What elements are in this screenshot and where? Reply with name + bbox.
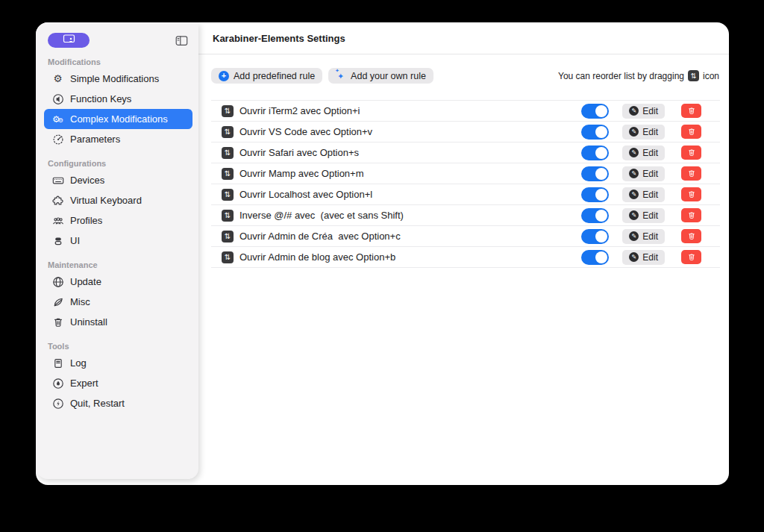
rule-enabled-toggle[interactable]: [581, 250, 609, 265]
toggle-knob: [595, 168, 607, 180]
toggle-knob: [595, 210, 607, 222]
globe-icon: [51, 276, 64, 288]
updown-arrows-icon[interactable]: ⇅: [222, 105, 234, 117]
sidebar: Modifications⚙Simple ModificationsFuncti…: [36, 22, 198, 479]
karabiner-settings-window: Modifications⚙Simple ModificationsFuncti…: [36, 22, 729, 485]
trash-icon: [687, 231, 696, 241]
edit-button-label: Edit: [642, 127, 658, 137]
sidebar-section-header: Configurations: [48, 159, 198, 168]
updown-arrows-icon[interactable]: ⇅: [222, 231, 234, 242]
edit-rule-button[interactable]: ✎Edit: [622, 166, 665, 181]
people-icon: [51, 215, 64, 227]
sidebar-toggle-icon[interactable]: [175, 34, 188, 46]
edit-rule-button[interactable]: ✎Edit: [622, 145, 665, 160]
updown-arrows-icon[interactable]: ⇅: [222, 189, 234, 201]
delete-rule-button[interactable]: [681, 104, 701, 118]
edit-button-label: Edit: [642, 169, 658, 179]
updown-arrows-icon: ⇅: [688, 70, 699, 81]
rule-enabled-toggle[interactable]: [581, 166, 609, 181]
sidebar-item-label: Misc: [70, 296, 90, 307]
add-predefined-rule-label: Add predefined rule: [234, 71, 315, 81]
sidebar-item-label: Devices: [70, 175, 104, 186]
edit-rule-button[interactable]: ✎Edit: [622, 250, 665, 265]
sidebar-item-profiles[interactable]: Profiles: [44, 210, 192, 231]
edit-rule-button[interactable]: ✎Edit: [622, 104, 665, 119]
toggle-knob: [595, 251, 607, 263]
pencil-circle-icon: ✎: [629, 148, 639, 157]
pencil-circle-icon: ✎: [629, 190, 639, 199]
speaker-circle-icon: [51, 93, 64, 105]
karabiner-app-badge[interactable]: [48, 33, 90, 48]
sidebar-section-header: Tools: [48, 342, 198, 351]
sidebar-item-log[interactable]: Log: [44, 353, 192, 373]
sidebar-item-ui[interactable]: UI: [44, 231, 192, 251]
sidebar-item-misc[interactable]: Misc: [44, 292, 192, 312]
sidebar-item-quit-restart[interactable]: Quit, Restart: [44, 393, 192, 413]
keyboard-icon: [51, 175, 64, 187]
puzzle-icon: [51, 195, 64, 207]
rule-row: ⇅Ouvrir Localhost avec Option+l✎Edit: [211, 184, 720, 205]
sidebar-item-simple-modifications[interactable]: ⚙Simple Modifications: [44, 69, 192, 89]
delete-rule-button[interactable]: [681, 229, 701, 243]
edit-rule-button[interactable]: ✎Edit: [622, 229, 665, 244]
sidebar-item-complex-modifications[interactable]: ⚙⚙Complex Modifications: [44, 109, 192, 129]
updown-arrows-icon[interactable]: ⇅: [222, 210, 234, 222]
rule-label: Ouvrir Admin de Créa avec Option+c: [239, 231, 401, 242]
trash-icon: [687, 169, 696, 178]
reorder-hint-suffix: icon: [703, 71, 719, 81]
toggle-knob: [595, 126, 607, 138]
rule-label: Ouvrir Localhost avec Option+l: [239, 189, 372, 200]
rule-enabled-toggle[interactable]: [581, 208, 609, 223]
sidebar-item-update[interactable]: Update: [44, 272, 192, 292]
edit-button-label: Edit: [642, 231, 658, 242]
plus-circle-icon: +: [219, 71, 229, 81]
edit-rule-button[interactable]: ✎Edit: [622, 187, 665, 202]
sidebar-item-function-keys[interactable]: Function Keys: [44, 89, 192, 109]
delete-rule-button[interactable]: [681, 187, 701, 201]
trash-icon: [687, 252, 696, 262]
rule-enabled-toggle[interactable]: [581, 145, 609, 160]
updown-arrows-icon[interactable]: ⇅: [222, 126, 234, 138]
sidebar-item-uninstall[interactable]: Uninstall: [44, 312, 192, 332]
rule-row: ⇅Inverse @/# avec (avec et sans Shift)✎E…: [211, 205, 720, 226]
trash-icon: [687, 148, 696, 157]
reorder-hint: You can reorder list by dragging ⇅ icon: [558, 70, 720, 81]
rule-enabled-toggle[interactable]: [581, 104, 609, 119]
pencil-circle-icon: ✎: [629, 106, 639, 116]
gears-icon: ⚙⚙: [51, 113, 64, 125]
sidebar-item-label: Expert: [70, 378, 98, 389]
page-title: Karabiner-Elements Settings: [213, 33, 345, 44]
sidebar-item-label: Log: [70, 357, 87, 369]
rule-enabled-toggle[interactable]: [581, 125, 609, 140]
sidebar-header: [36, 22, 198, 48]
delete-rule-button[interactable]: [681, 208, 701, 222]
main-panel: Karabiner-Elements Settings + Add predef…: [198, 22, 729, 485]
delete-rule-button[interactable]: [681, 166, 701, 181]
sidebar-item-label: Profiles: [70, 215, 102, 226]
rule-label: Ouvrir VS Code avec Option+v: [239, 126, 372, 137]
edit-rule-button[interactable]: ✎Edit: [622, 208, 665, 223]
pencil-circle-icon: ✎: [629, 210, 639, 220]
sidebar-item-expert[interactable]: Expert: [44, 373, 192, 393]
add-predefined-rule-button[interactable]: + Add predefined rule: [211, 68, 322, 84]
delete-rule-button[interactable]: [681, 250, 701, 264]
delete-rule-button[interactable]: [681, 125, 701, 139]
sidebar-item-devices[interactable]: Devices: [44, 170, 192, 190]
updown-arrows-icon[interactable]: ⇅: [222, 147, 234, 159]
rule-enabled-toggle[interactable]: [581, 229, 609, 244]
updown-arrows-icon[interactable]: ⇅: [222, 168, 234, 180]
toggle-knob: [595, 147, 607, 159]
pencil-circle-icon: ✎: [629, 252, 639, 262]
rule-enabled-toggle[interactable]: [581, 187, 609, 202]
edit-rule-button[interactable]: ✎Edit: [622, 125, 665, 140]
sidebar-item-label: Function Keys: [70, 93, 131, 104]
add-your-own-rule-button[interactable]: ✦✦ Add your own rule: [328, 68, 433, 84]
rule-label: Ouvrir Mamp avec Option+m: [239, 168, 364, 179]
sidebar-item-virtual-keyboard[interactable]: Virtual Keyboard: [44, 190, 192, 210]
rule-label: Ouvrir iTerm2 avec Option+i: [239, 105, 360, 116]
power-circle-icon: [51, 398, 64, 410]
delete-rule-button[interactable]: [681, 145, 701, 160]
updown-arrows-icon[interactable]: ⇅: [222, 251, 234, 263]
sidebar-item-parameters[interactable]: Parameters: [44, 129, 192, 149]
toggle-knob: [595, 189, 607, 201]
